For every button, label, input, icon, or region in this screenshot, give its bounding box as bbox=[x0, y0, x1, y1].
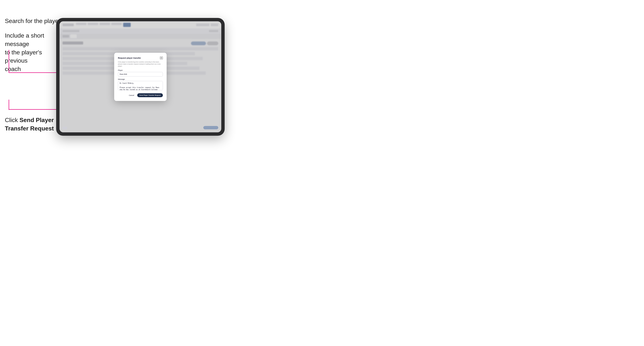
modal-title: Request player transfer bbox=[118, 57, 141, 59]
bottom-save-area bbox=[203, 126, 218, 129]
message-textarea[interactable]: Hi Coach McHarg, Please accept this tran… bbox=[118, 81, 163, 90]
annotation-click-text: Click Send PlayerTransfer Request bbox=[5, 116, 57, 133]
player-input[interactable] bbox=[118, 72, 163, 76]
annotation-click-prefix: Click bbox=[5, 117, 20, 123]
tablet-screen: Request player transfer ✕ If the player … bbox=[60, 21, 221, 132]
annotation-message-text: Include a short message to the player's … bbox=[5, 31, 57, 73]
modal-footer: Cancel Send Player Transfer Request bbox=[118, 93, 163, 97]
modal-header: Request player transfer ✕ bbox=[118, 56, 163, 59]
annotation-search-text: Search for the player. bbox=[5, 17, 62, 25]
save-btn-blur bbox=[203, 126, 218, 129]
bottom-left-blur bbox=[62, 127, 67, 129]
modal-description: If the player is transferring from anoth… bbox=[118, 61, 163, 67]
modal-close-button[interactable]: ✕ bbox=[160, 56, 163, 59]
request-transfer-modal: Request player transfer ✕ If the player … bbox=[114, 53, 166, 101]
send-transfer-request-button[interactable]: Send Player Transfer Request bbox=[137, 93, 163, 97]
message-field-label: Message bbox=[118, 78, 163, 80]
tablet-device: Request player transfer ✕ If the player … bbox=[56, 18, 225, 136]
modal-overlay: Request player transfer ✕ If the player … bbox=[60, 21, 221, 132]
player-field-label: Player bbox=[118, 69, 163, 71]
cancel-button[interactable]: Cancel bbox=[128, 94, 136, 97]
arrow-line-vertical-1 bbox=[8, 50, 9, 72]
arrow-line-vertical-2-bottom bbox=[8, 100, 9, 110]
